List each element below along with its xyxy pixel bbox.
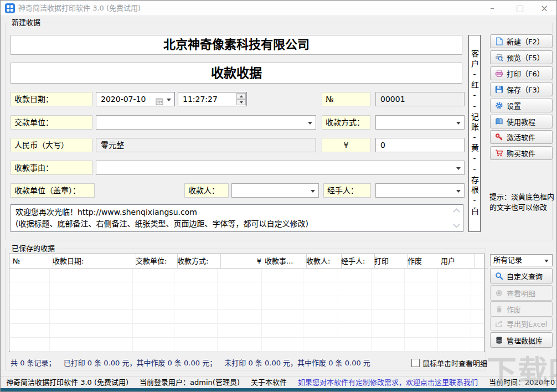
key-icon (495, 133, 503, 141)
activate-button-label: 激活软件 (507, 132, 535, 142)
scroll-down-icon[interactable] (453, 221, 460, 228)
col-header-amount[interactable]: ¥ (217, 254, 266, 269)
column-divider (217, 269, 218, 350)
settings-button[interactable]: 设置 (490, 99, 553, 112)
date-value: 2020-07-10 (101, 95, 146, 104)
saved-receipts-group-label: 已保存的收据 (9, 244, 57, 253)
new-receipt-group-label: 新建收据 (9, 18, 43, 27)
app-window: 神奇简洁收据打印软件 3.0 (免费试用) – □ × 新建收据 北京神奇像素科… (0, 0, 557, 392)
calendar-icon (156, 96, 163, 109)
cart-icon (495, 149, 503, 157)
receipts-table[interactable]: № 收款日期: 交款单位: 收款方式: ¥ 收款事... 收款人: 经手人: 打… (9, 254, 485, 352)
minimize-button[interactable]: – (483, 1, 501, 16)
payee-label[interactable]: 收款人： (184, 183, 229, 198)
handler-combobox[interactable] (375, 183, 465, 198)
view-on-click-option[interactable]: 鼠标单击时查看明细 (411, 358, 487, 368)
tip-line2: 的文字也可以修改 (489, 202, 556, 213)
column-divider (437, 269, 438, 350)
payee-combobox[interactable] (231, 183, 319, 198)
col-header-voided[interactable]: 作废 (404, 254, 441, 269)
col-header-payer[interactable]: 交款单位: (132, 254, 178, 269)
maximize-button[interactable]: □ (511, 1, 529, 16)
handler-label[interactable]: 经手人： (323, 183, 371, 198)
receipt-no-field: 00001 (375, 92, 465, 106)
dropdown-arrow-icon[interactable] (311, 190, 315, 193)
summary-unprinted: 未打印 0 条 0.00 元，其中作废 0 条 0.00 元 (224, 359, 370, 367)
new-button[interactable]: 新建（F2） (490, 34, 553, 48)
window-title: 神奇简洁收据打印软件 3.0 (免费试用) (18, 1, 141, 16)
reason-combobox[interactable] (96, 161, 465, 175)
receipt-title-field[interactable]: 收款收据 (11, 63, 462, 84)
statusbar-app-name: 神奇简洁收据打印软件 3.0 (免费试用) (1, 376, 134, 388)
printer-icon (495, 69, 503, 78)
close-button[interactable]: × (534, 1, 554, 16)
column-divider (49, 269, 50, 350)
amount-field[interactable]: 0 (375, 138, 465, 152)
save-button[interactable]: 保存（F3） (490, 82, 553, 96)
summary-total: 共 0 条记录； (11, 359, 56, 367)
spinner-up-icon[interactable] (236, 93, 246, 99)
about-link[interactable]: 关于本软件 (245, 376, 292, 388)
payer-combobox[interactable] (96, 115, 316, 130)
company-name-field[interactable]: 北京神奇像素科技有限公司 (11, 35, 462, 55)
contact-link[interactable]: 如果您对本软件有定制修改需求，欢迎点击这里联系我们 (292, 376, 483, 388)
col-header-user[interactable]: 用户 (437, 254, 475, 269)
date-dropdown-arrow-icon[interactable] (167, 99, 171, 101)
new-button-label: 新建（F2） (507, 36, 544, 47)
records-summary: 共 0 条记录； 已打印 0 条 0.00 元，其中作废 0 条 0.00 元；… (11, 357, 376, 368)
gear-icon (495, 101, 503, 110)
activate-button[interactable]: 激活软件 (490, 130, 553, 144)
dropdown-arrow-icon[interactable] (456, 167, 461, 170)
payer-label[interactable]: 交款单位： (11, 115, 92, 130)
view-on-click-checkbox[interactable] (411, 359, 420, 367)
copy-strip-field[interactable]: 客户-红--记账-黄--存根-白 (468, 35, 481, 232)
save-icon (495, 85, 503, 94)
manage-database-button[interactable]: 管理数据库 (490, 332, 553, 348)
dropdown-arrow-icon[interactable] (456, 122, 461, 125)
dropdown-arrow-icon[interactable] (544, 260, 549, 262)
column-divider (471, 269, 471, 350)
col-header-payee[interactable]: 收款人: (303, 254, 342, 269)
method-label[interactable]: 收款方式： (322, 115, 370, 130)
yuan-label[interactable]: ¥ (322, 138, 370, 152)
col-header-printed[interactable]: 打印 (371, 254, 408, 269)
time-spinner-buttons[interactable] (236, 93, 246, 105)
time-spinner[interactable]: 11:27:27 (178, 92, 247, 106)
scroll-up-icon[interactable] (453, 208, 460, 215)
note-textarea[interactable]: 欢迎您再次光临！http://www.shenqixiangsu.com (收据… (11, 204, 463, 232)
col-header-extra[interactable] (471, 254, 488, 269)
stamp-label[interactable]: 收款单位（盖章）： (11, 183, 95, 198)
print-button[interactable]: 打印（F6） (490, 66, 553, 80)
col-header-reason[interactable]: 收款事... (261, 254, 307, 269)
col-header-date[interactable]: 收款日期: (49, 254, 136, 269)
view-details-button[interactable]: 查看明细 (490, 285, 553, 301)
spinner-down-icon[interactable] (236, 99, 246, 105)
custom-query-button[interactable]: 自定义查询 (490, 268, 553, 283)
book-icon (495, 117, 503, 126)
rmb-caps-label[interactable]: 人民币（大写） (11, 138, 92, 152)
date-picker[interactable]: 2020-07-10 (96, 92, 175, 106)
dropdown-arrow-icon[interactable] (456, 190, 461, 193)
export-icon (495, 319, 503, 328)
col-header-handler[interactable]: 经手人: (338, 254, 375, 269)
print-preview-icon (495, 53, 503, 61)
col-header-no[interactable]: № (9, 254, 53, 269)
date-label[interactable]: 收款日期： (11, 92, 92, 106)
records-filter-combobox[interactable]: 所有记录 (490, 254, 553, 266)
records-filter-value: 所有记录 (493, 256, 522, 264)
purchase-button[interactable]: 购买软件 (490, 146, 553, 160)
export-excel-button[interactable]: 导出到Excel (490, 317, 553, 331)
void-button[interactable]: 作废 (490, 301, 553, 317)
method-combobox[interactable] (375, 115, 465, 130)
col-header-method[interactable]: 收款方式: (174, 254, 221, 269)
table-empty-rows (10, 269, 484, 352)
tutorial-button[interactable]: 使用教程 (490, 115, 553, 128)
new-document-icon (495, 37, 503, 45)
receipt-no-label[interactable]: № (322, 92, 370, 106)
manage-database-button-label: 管理数据库 (507, 335, 543, 345)
preview-button[interactable]: 预览（F5） (490, 50, 553, 64)
reason-label[interactable]: 收款事由： (11, 161, 92, 175)
export-excel-button-label: 导出到Excel (507, 318, 547, 329)
dropdown-arrow-icon[interactable] (308, 122, 312, 125)
settings-button-label: 设置 (507, 100, 521, 111)
